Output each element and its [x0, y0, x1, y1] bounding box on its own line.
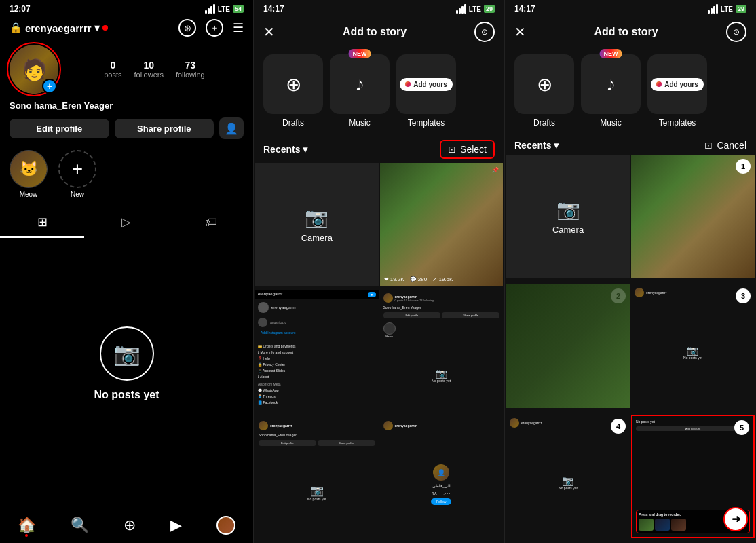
profile-nav[interactable] [216, 516, 235, 535]
settings-button-right[interactable]: ⊙ [726, 22, 746, 42]
profile-display-name: Sono hama_Eren Yeager [0, 98, 253, 113]
profile-section: 🧑 + 0 posts 10 followers 73 following [0, 41, 253, 98]
followers-count: 10 [143, 60, 154, 71]
media-cell-1-middle[interactable]: ❤ 19.2K💬 280↗ 19.6K 📌 [380, 163, 504, 286]
posts-stat: 0 posts [104, 60, 121, 79]
settings-button-middle[interactable]: ⊙ [474, 22, 495, 42]
camera-cell-right[interactable]: 📷 Camera [506, 155, 630, 278]
recents-label-middle[interactable]: Recents ▾ [263, 144, 307, 155]
username-area[interactable]: 🔒 erenyaegarrrr ▾ [10, 22, 108, 34]
dropdown-icon: ▾ [94, 22, 100, 34]
battery-left: 54 [233, 5, 244, 13]
shortcut-templates-middle[interactable]: Add yours Templates [396, 54, 456, 128]
edit-profile-button[interactable]: Edit profile [10, 119, 109, 138]
content-tabs: ⊞ ▷ 🏷 [0, 208, 253, 238]
shortcut-drafts-right[interactable]: ⊕ Drafts [514, 54, 574, 128]
num-badge-1: 1 [736, 159, 751, 174]
notification-dot [102, 25, 108, 31]
tab-tagged[interactable]: 🏷 [169, 208, 253, 238]
tab-grid[interactable]: ⊞ [0, 208, 84, 238]
threads-icon[interactable]: ⊛ [178, 19, 196, 37]
time-right: 14:17 [514, 4, 535, 14]
following-stat: 73 following [176, 60, 205, 79]
cancel-button-right[interactable]: ⊡ Cancel [704, 140, 746, 151]
media-cell-4-middle[interactable]: erenyaegarrrr Sono hama_Eren Yeager Edit… [255, 417, 379, 541]
avatar-wrap[interactable]: 🧑 + [10, 45, 58, 94]
followers-label: followers [134, 71, 164, 79]
discover-people-button[interactable]: 👤 [219, 117, 244, 139]
camera-icon-right: 📷 [556, 198, 580, 221]
add-yours-overlay-middle: Add yours [400, 78, 452, 91]
templates-btn-middle: Add yours [396, 54, 456, 114]
music-label-right: Music [600, 118, 621, 128]
num-badge-4: 4 [611, 419, 626, 434]
tab-reels[interactable]: ▷ [84, 208, 168, 238]
close-button-middle[interactable]: ✕ [263, 24, 275, 40]
menu-icon[interactable]: ☰ [233, 20, 244, 35]
drafts-btn-right: ⊕ [514, 54, 574, 114]
middle-phone-panel: 14:17 LTE 29 ✕ Add to story ⊙ ⊕ Drafts N… [254, 0, 505, 543]
settings-icon-right: ⊙ [733, 27, 740, 37]
drafts-btn-middle: ⊕ [263, 54, 323, 114]
posts-count: 0 [110, 60, 115, 71]
media-cell-1-right[interactable]: 1 [631, 155, 755, 278]
action-buttons: Edit profile Share profile 👤 [0, 113, 253, 143]
media-cell-5-middle[interactable]: erenyaegarrrr 👤 الی_فاطی ۴۸,۰۰۰,۰۰۰ Foll… [380, 417, 504, 541]
media-cell-2-middle[interactable]: erenyaegarrrr ● erenyaegarrrr anushka.ig… [255, 290, 379, 413]
posts-label: posts [104, 71, 121, 79]
highlight-new[interactable]: + New [58, 150, 96, 198]
top-nav-left: 🔒 erenyaegarrrr ▾ ⊛ ＋ ☰ [0, 15, 253, 41]
story-header-middle: ✕ Add to story ⊙ [254, 15, 504, 49]
battery-middle: 29 [484, 5, 495, 13]
media-cell-5-right[interactable]: 5 No posts yet Add account Press and dra… [631, 415, 755, 538]
add-yours-dot-right [656, 81, 662, 87]
camera-label-right: Camera [552, 225, 584, 235]
media-cell-3-middle[interactable]: erenyaegarrrr 0 posts 10 followers 73 fo… [380, 290, 504, 413]
story-shortcuts-middle: ⊕ Drafts NEW ♪ Music Add yours Templates [254, 49, 504, 136]
lte-label-middle: LTE [469, 5, 481, 13]
forward-button[interactable]: ➜ [723, 507, 748, 531]
recents-label-right[interactable]: Recents ▾ [514, 140, 559, 151]
camera-label-middle: Camera [301, 233, 333, 243]
media-cell-3-right[interactable]: 3 erenyaegarrrr 📷 No posts yet [631, 284, 755, 408]
media-cell-2-right[interactable]: 2 [506, 284, 630, 408]
cancel-icon-right: ⊡ [704, 140, 713, 151]
create-nav[interactable]: ⊕ [124, 517, 136, 534]
drafts-label-middle: Drafts [282, 118, 304, 128]
add-post-icon[interactable]: ＋ [206, 19, 223, 37]
shortcut-music-right[interactable]: NEW ♪ Music [581, 54, 641, 128]
recents-text-middle: Recents [263, 144, 300, 155]
plus-icon-highlight: + [72, 158, 83, 180]
search-nav[interactable]: 🔍 [71, 517, 89, 534]
story-shortcuts-right: ⊕ Drafts NEW ♪ Music Add yours Templates [505, 49, 756, 136]
camera-circle-icon: 📷 [100, 326, 154, 381]
sc-mini-header-middle: erenyaegarrrr ● [255, 290, 379, 299]
add-yours-text-middle: Add yours [413, 81, 447, 88]
screenshot-content-middle: erenyaegarrrr ● erenyaegarrrr anushka.ig… [255, 290, 379, 413]
home-nav[interactable]: 🏠 [18, 517, 36, 534]
story-title-middle: Add to story [343, 26, 407, 38]
highlight-meow[interactable]: 🐱 Meow [10, 150, 48, 198]
shortcut-music-middle[interactable]: NEW ♪ Music [330, 54, 390, 128]
signal-area-middle: LTE 29 [456, 4, 495, 14]
shortcut-templates-right[interactable]: Add yours Templates [647, 54, 707, 128]
home-dot [25, 534, 28, 537]
bottom-navigation: 🏠 🔍 ⊕ ▶ [0, 510, 253, 543]
reels-nav[interactable]: ▶ [170, 517, 182, 534]
camera-cell-middle[interactable]: 📷 Camera [255, 163, 379, 286]
music-icon-middle: ♪ [355, 73, 364, 95]
add-yours-overlay-right: Add yours [651, 78, 703, 91]
shortcut-drafts-middle[interactable]: ⊕ Drafts [263, 54, 323, 128]
close-button-right[interactable]: ✕ [514, 24, 526, 40]
username-text: erenyaegarrrr [25, 22, 92, 34]
no-posts-area: 📷 No posts yet [0, 238, 253, 510]
templates-label-middle: Templates [408, 118, 445, 128]
add-story-button[interactable]: + [42, 79, 57, 94]
profile-nav-avatar [216, 516, 235, 535]
media-grid-right: 📷 Camera 1 2 3 erenyaegarrrr 📷 N [505, 155, 756, 543]
select-button-middle[interactable]: ⊡ Select [440, 140, 495, 159]
recents-chevron-right: ▾ [554, 140, 559, 151]
recents-bar-middle: Recents ▾ ⊡ Select [254, 136, 504, 163]
media-cell-4-right[interactable]: 4 erenyaegarrrr 📷 No posts yet [506, 415, 630, 538]
share-profile-button[interactable]: Share profile [115, 119, 214, 138]
